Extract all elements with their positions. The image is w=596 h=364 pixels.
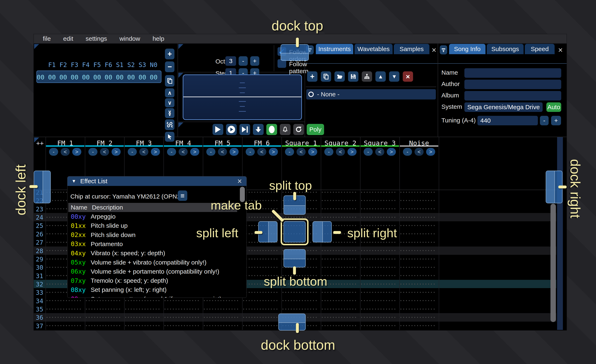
order-cell[interactable]: 00 xyxy=(103,73,114,81)
effect-list-row[interactable]: 03xxPortamento xyxy=(68,240,237,249)
menu-item-settings[interactable]: settings xyxy=(80,35,113,42)
order-cell[interactable]: 00 xyxy=(114,73,125,81)
order-cell[interactable]: 00 xyxy=(125,73,137,81)
pattern-cell[interactable] xyxy=(400,280,436,288)
pattern-cell[interactable] xyxy=(400,221,436,230)
pattern-cell[interactable] xyxy=(46,322,82,330)
channel-expand-button[interactable]: > xyxy=(72,148,81,156)
pattern-cell[interactable] xyxy=(282,305,318,313)
pattern-cell[interactable] xyxy=(321,297,358,305)
panel-divider[interactable] xyxy=(178,44,178,137)
pattern-expand-control[interactable]: ++ xyxy=(36,140,44,147)
order-cell[interactable]: 00 xyxy=(148,73,159,81)
order-cell[interactable]: 00 xyxy=(58,73,69,81)
pattern-cell[interactable] xyxy=(321,305,358,313)
tab-instruments[interactable]: Instruments xyxy=(316,44,353,54)
split-target-bottom[interactable] xyxy=(283,249,306,267)
pattern-cell[interactable] xyxy=(164,305,200,313)
pattern-cell[interactable] xyxy=(321,213,358,221)
system-select[interactable]: Sega Genesis/Mega Drive xyxy=(464,102,543,112)
instrument-move-down-button[interactable]: ▼ xyxy=(389,71,399,82)
pattern-cell[interactable] xyxy=(243,255,279,263)
pattern-cell[interactable] xyxy=(360,272,397,280)
pattern-cell[interactable] xyxy=(243,247,279,255)
author-field[interactable] xyxy=(464,80,561,89)
channel-shrink-button[interactable]: < xyxy=(139,148,148,156)
pattern-cell[interactable] xyxy=(243,263,279,271)
pattern-cell[interactable] xyxy=(164,322,200,330)
pattern-cell[interactable] xyxy=(360,322,397,330)
pattern-cell[interactable] xyxy=(85,313,122,321)
channel-expand-button[interactable]: > xyxy=(230,148,238,156)
pattern-cell[interactable] xyxy=(360,205,397,213)
play-button[interactable] xyxy=(213,124,223,135)
orders-plus-button[interactable]: + xyxy=(165,49,174,59)
channel-collapse-button[interactable]: - xyxy=(167,148,176,156)
pattern-cell[interactable] xyxy=(85,322,122,330)
auto-system-button[interactable]: Auto xyxy=(546,102,561,112)
pattern-cell[interactable] xyxy=(321,313,358,321)
pattern-cell[interactable] xyxy=(400,255,436,263)
channel-collapse-button[interactable]: - xyxy=(246,148,255,156)
channel-collapse-button[interactable]: - xyxy=(88,148,97,156)
pattern-cell[interactable] xyxy=(164,313,200,321)
channel-shrink-button[interactable]: < xyxy=(257,148,266,156)
pattern-cell[interactable] xyxy=(400,330,436,330)
pattern-cell[interactable] xyxy=(400,272,436,280)
effect-list-row[interactable]: 04xyVibrato (x: speed; y: depth) xyxy=(68,249,237,258)
pattern-cell[interactable] xyxy=(400,297,436,305)
collapse-panel-button[interactable]: ▬▼ xyxy=(440,45,447,54)
name-field[interactable] xyxy=(464,68,561,78)
pattern-cell[interactable] xyxy=(360,305,397,313)
orders-double-chevron-down-button[interactable]: ∨∨ xyxy=(165,108,174,118)
pattern-cell[interactable] xyxy=(243,288,279,296)
channel-expand-button[interactable]: > xyxy=(308,148,317,156)
tab-speed[interactable]: Speed xyxy=(525,44,555,54)
pattern-cell[interactable] xyxy=(203,330,240,330)
menu-item-edit[interactable]: edit xyxy=(57,35,79,42)
close-panel-icon[interactable]: × xyxy=(432,46,436,54)
order-cell[interactable]: 00 xyxy=(80,73,91,81)
pattern-scrollbar-track[interactable] xyxy=(557,137,563,330)
pattern-cell[interactable] xyxy=(360,190,397,196)
channel-shrink-button[interactable]: < xyxy=(336,148,345,156)
pattern-cell[interactable] xyxy=(203,313,240,321)
channel-expand-button[interactable]: > xyxy=(269,148,278,156)
channel-collapse-button[interactable]: - xyxy=(324,148,333,156)
order-cell[interactable]: 00 xyxy=(69,73,80,81)
pattern-cell[interactable] xyxy=(282,297,318,305)
tuning-plus-button[interactable]: + xyxy=(551,116,561,125)
repeat-button[interactable] xyxy=(293,124,304,135)
close-panel-icon[interactable]: × xyxy=(558,46,563,54)
dock-target-bottom[interactable] xyxy=(278,313,306,330)
tuning-value[interactable]: 440 xyxy=(477,116,538,125)
pattern-cell[interactable] xyxy=(85,330,122,330)
effect-list-row[interactable]: 09xxSet groove pattern (speed 1 if no gr… xyxy=(68,294,237,298)
pattern-cell[interactable] xyxy=(321,255,358,263)
instrument-add-button[interactable]: + xyxy=(307,71,317,82)
pattern-cell[interactable] xyxy=(125,305,161,313)
pattern-cell[interactable] xyxy=(360,280,397,288)
pattern-cell[interactable] xyxy=(400,205,436,213)
dock-target-top[interactable] xyxy=(281,44,309,61)
pattern-cell[interactable] xyxy=(321,322,358,330)
effect-list-row[interactable]: 07xyTremolo (x: speed; y: depth) xyxy=(68,276,237,285)
pattern-cell[interactable] xyxy=(243,322,279,330)
pattern-cell[interactable] xyxy=(400,305,436,313)
pattern-cell[interactable] xyxy=(125,313,161,321)
orders-broken-link-button[interactable] xyxy=(165,119,174,130)
orders-minus-button[interactable]: − xyxy=(165,61,174,72)
instrument-save-button[interactable] xyxy=(348,71,358,82)
instrument-list-item[interactable]: - None - xyxy=(306,89,436,100)
play-from-cursor-button[interactable] xyxy=(239,124,250,135)
pattern-cell[interactable] xyxy=(46,305,82,313)
channel-shrink-button[interactable]: < xyxy=(375,148,384,156)
pattern-cell[interactable] xyxy=(400,313,436,321)
pattern-row[interactable]: 35 xyxy=(34,305,556,313)
pattern-scrollbar-thumb[interactable] xyxy=(551,204,556,322)
orders-duplicate-button[interactable] xyxy=(165,75,174,87)
tab-song-info[interactable]: Song Info xyxy=(449,44,485,54)
menu-item-window[interactable]: window xyxy=(113,35,146,42)
tab-subsongs[interactable]: Subsongs xyxy=(487,44,524,54)
step-down-button[interactable] xyxy=(253,124,264,135)
